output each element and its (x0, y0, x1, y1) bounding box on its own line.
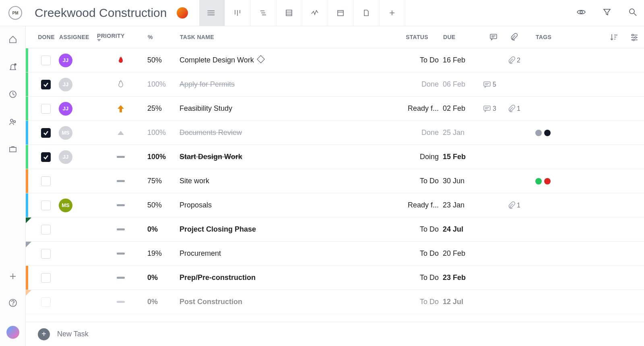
visibility-icon[interactable] (576, 7, 586, 19)
due-date[interactable]: 15 Feb (443, 153, 483, 161)
header-done[interactable]: DONE (29, 34, 57, 40)
task-row[interactable]: 0%Prep/Pre-constructionTo Do23 Feb (26, 266, 644, 290)
sort-icon[interactable] (604, 33, 624, 41)
list-view-tab[interactable] (199, 0, 225, 26)
done-checkbox[interactable] (41, 128, 51, 138)
task-tags[interactable] (531, 130, 580, 136)
done-checkbox[interactable] (41, 56, 51, 65)
project-title[interactable]: Creekwood Construction (35, 6, 167, 20)
task-name[interactable]: Documents Review (177, 128, 394, 137)
priority-indicator[interactable] (97, 301, 145, 303)
header-task[interactable]: TASK NAME (178, 34, 395, 40)
task-row[interactable]: JJ100%Apply for PermitsDone06 Feb5 (26, 73, 644, 97)
done-checkbox[interactable] (41, 225, 51, 234)
done-checkbox[interactable] (41, 297, 51, 307)
assignee-avatar[interactable]: MS (59, 199, 72, 212)
time-icon[interactable] (8, 90, 17, 100)
task-status[interactable]: Ready f... (394, 201, 443, 209)
done-checkbox[interactable] (41, 273, 51, 283)
task-name[interactable]: Apply for Permits (177, 80, 394, 89)
team-icon[interactable] (8, 117, 17, 128)
search-icon[interactable] (628, 7, 638, 19)
home-icon[interactable] (8, 35, 17, 46)
task-row[interactable]: JJ25%Feasibility StudyReady f...02 Feb31 (26, 97, 644, 121)
task-name[interactable]: Site work (177, 177, 394, 185)
task-status[interactable]: Doing (394, 153, 443, 161)
task-row[interactable]: JJ50%Complete Design WorkTo Do16 Feb2 (26, 48, 644, 73)
project-avatar[interactable] (177, 7, 188, 19)
task-status[interactable]: To Do (394, 225, 443, 234)
calendar-view-tab[interactable] (328, 0, 354, 26)
header-assignee[interactable]: ASSIGNEE (57, 34, 97, 40)
priority-indicator[interactable] (97, 180, 145, 182)
attachments-count[interactable]: 1 (507, 201, 531, 209)
task-status[interactable]: Ready f... (394, 104, 443, 113)
task-row[interactable]: 0%Post ConstructionTo Do12 Jul (26, 290, 644, 314)
due-date[interactable]: 02 Feb (443, 104, 483, 113)
task-row[interactable]: 0%Project Closing PhaseTo Do24 Jul (26, 218, 644, 242)
priority-indicator[interactable] (97, 80, 145, 89)
attachments-count[interactable]: 1 (507, 105, 531, 113)
assignee-avatar[interactable]: JJ (59, 150, 72, 164)
gantt-view-tab[interactable] (251, 0, 277, 26)
task-name[interactable]: Feasibility Study (177, 104, 394, 113)
filter-icon[interactable] (602, 7, 612, 19)
task-status[interactable]: Done (394, 128, 443, 137)
priority-indicator[interactable] (97, 253, 145, 255)
new-task-footer[interactable]: + New Task (26, 322, 644, 346)
priority-indicator[interactable] (97, 131, 145, 135)
task-status[interactable]: To Do (394, 56, 443, 64)
task-row[interactable]: JJ100%Start Design WorkDoing15 Feb (26, 145, 644, 169)
task-name[interactable]: Prep/Pre-construction (177, 273, 394, 282)
task-row[interactable]: 19%ProcurementTo Do20 Feb (26, 242, 644, 266)
priority-indicator[interactable] (97, 277, 145, 279)
done-checkbox[interactable] (41, 176, 51, 186)
help-icon[interactable] (8, 298, 17, 309)
assignee-avatar[interactable]: JJ (59, 102, 72, 116)
due-date[interactable]: 06 Feb (443, 80, 483, 89)
priority-indicator[interactable] (97, 204, 145, 206)
attachments-count[interactable]: 2 (507, 56, 531, 64)
due-date[interactable]: 24 Jul (443, 225, 483, 234)
task-name[interactable]: Project Closing Phase (177, 225, 394, 234)
done-checkbox[interactable] (41, 152, 51, 162)
done-checkbox[interactable] (41, 249, 51, 259)
task-name[interactable]: Complete Design Work (177, 56, 394, 64)
due-date[interactable]: 30 Jun (443, 177, 483, 185)
task-row[interactable]: MS50%ProposalsReady f...23 Jan1 (26, 193, 644, 218)
task-name[interactable]: Start Design Work (177, 153, 394, 161)
user-avatar[interactable] (6, 326, 19, 339)
header-due[interactable]: DUE (443, 34, 483, 40)
header-percent[interactable]: % (145, 34, 178, 40)
task-status[interactable]: To Do (394, 177, 443, 185)
header-attachments-icon[interactable] (504, 33, 524, 41)
app-logo[interactable]: PM (6, 3, 25, 23)
task-tags[interactable] (531, 178, 580, 184)
assignee-avatar[interactable]: MS (59, 126, 72, 140)
header-status[interactable]: STATUS (395, 34, 443, 40)
add-task-icon[interactable]: + (38, 328, 50, 340)
due-date[interactable]: 23 Feb (443, 273, 483, 282)
task-name[interactable]: Procurement (177, 249, 394, 258)
add-view-tab[interactable] (380, 0, 405, 26)
due-date[interactable]: 12 Jul (443, 298, 483, 306)
header-tags[interactable]: TAGS (524, 34, 572, 40)
settings-icon[interactable] (624, 33, 644, 41)
due-date[interactable]: 23 Jan (443, 201, 483, 209)
done-checkbox[interactable] (41, 104, 51, 114)
due-date[interactable]: 16 Feb (443, 56, 483, 64)
file-view-tab[interactable] (354, 0, 380, 26)
assignee-avatar[interactable]: JJ (59, 78, 72, 91)
header-priority[interactable]: PRIORITY (97, 33, 145, 41)
priority-indicator[interactable] (97, 156, 145, 158)
comments-count[interactable]: 3 (483, 105, 507, 113)
header-comments-icon[interactable] (483, 33, 504, 41)
task-status[interactable]: Done (394, 80, 443, 89)
task-row[interactable]: 75%Site workTo Do30 Jun (26, 169, 644, 193)
priority-indicator[interactable] (97, 56, 145, 65)
task-status[interactable]: To Do (394, 273, 443, 282)
task-name[interactable]: Post Construction (177, 298, 394, 306)
task-name[interactable]: Proposals (177, 201, 394, 209)
priority-indicator[interactable] (97, 104, 145, 113)
comments-count[interactable]: 5 (483, 81, 507, 89)
